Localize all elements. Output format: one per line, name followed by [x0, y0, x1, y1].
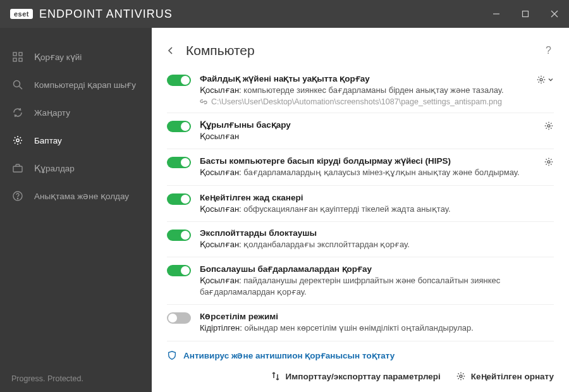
gear-icon — [456, 371, 466, 381]
row-hips: Басты компьютерге басып кіруді болдырмау… — [167, 149, 554, 185]
svg-line-9 — [20, 87, 23, 90]
row-title: Кеңейтілген жад сканері — [200, 192, 523, 202]
sidebar-item-label: Қорғау күйі — [34, 52, 82, 62]
close-button[interactable] — [540, 0, 569, 28]
sidebar-item-label: Жаңарту — [34, 107, 70, 118]
help-button[interactable]: ? — [546, 45, 551, 56]
row-presentation-mode: Көрсетілім режимі Кідіртілген: ойындар м… — [167, 305, 554, 341]
svg-point-14 — [540, 78, 542, 81]
brand-product: ENDPOINT ANTIVIRUS — [39, 8, 173, 21]
svg-rect-5 — [19, 52, 22, 56]
sidebar-item-label: Анықтама және қолдау — [34, 191, 129, 201]
link-icon — [200, 98, 207, 106]
back-button[interactable] — [167, 47, 180, 54]
window-controls — [482, 0, 569, 28]
search-icon — [11, 78, 24, 91]
row-extra-path: C:\Users\User\Desktop\Automation\screens… — [200, 97, 517, 106]
toggle-realtime-protection[interactable] — [167, 75, 191, 86]
toggle-presentation-mode[interactable] — [167, 312, 191, 324]
row-title: Құрылғыны басқару — [200, 119, 523, 130]
sidebar-item-update[interactable]: Жаңарту — [0, 99, 152, 126]
row-title: Файлдық жүйені нақты уақытта қорғау — [200, 73, 517, 83]
toggle-hips[interactable] — [167, 157, 191, 168]
row-desc: Қосылған: қолданбалардағы эксплойттардан… — [200, 239, 523, 250]
row-desc: Қосылған: обфускацияланған қауіптерді ті… — [200, 204, 523, 215]
row-settings-button[interactable] — [544, 157, 554, 167]
row-desc: Қосылған — [200, 131, 523, 142]
main-header: Компьютер ? — [152, 28, 569, 63]
row-memory-scanner: Кеңейтілген жад сканері Қосылған: обфуск… — [167, 186, 554, 222]
briefcase-icon — [11, 162, 24, 175]
svg-point-10 — [16, 139, 19, 142]
sidebar-item-help[interactable]: Анықтама және қолдау — [0, 182, 152, 210]
pause-protection-link[interactable]: Антивирус және антишпион қорғанысын тоқт… — [167, 341, 554, 361]
row-title: Көрсетілім режимі — [200, 311, 523, 321]
row-title: Басты компьютерге басып кіруді болдырмау… — [200, 156, 523, 166]
row-desc: Кідіртілген: ойындар мен көрсетілім үшін… — [200, 322, 523, 334]
bottom-bar: Импорттау/экспорттау параметрлері Кеңейт… — [152, 360, 569, 392]
svg-point-15 — [548, 125, 550, 127]
sidebar-item-label: Баптау — [34, 136, 62, 145]
sidebar-item-protection-status[interactable]: Қорғау күйі — [0, 43, 152, 71]
row-settings-button[interactable] — [544, 121, 554, 131]
row-device-control: Құрылғыны басқару Қосылған — [167, 113, 554, 149]
settings-list: Файлдық жүйені нақты уақытта қорғау Қосы… — [152, 63, 569, 360]
advanced-setup-button[interactable]: Кеңейтілген орнату — [456, 371, 554, 381]
toggle-ransomware-shield[interactable] — [167, 265, 191, 276]
page-title: Компьютер — [186, 43, 255, 58]
import-export-button[interactable]: Импорттау/экспорттау параметрлері — [271, 371, 441, 381]
gear-icon — [11, 134, 24, 147]
titlebar: eset ENDPOINT ANTIVIRUS — [0, 0, 569, 28]
sidebar-item-tools[interactable]: Құралдар — [0, 154, 152, 182]
row-title: Бопсалаушы бағдарламалардан қорғау — [200, 264, 523, 274]
svg-point-8 — [14, 81, 20, 87]
toggle-memory-scanner[interactable] — [167, 193, 191, 205]
minimize-button[interactable] — [482, 0, 511, 28]
toggle-device-control[interactable] — [167, 121, 191, 132]
sidebar: Қорғау күйі Компьютерді қарап шығу Жаңар… — [0, 28, 152, 392]
sidebar-item-scan[interactable]: Компьютерді қарап шығу — [0, 71, 152, 99]
help-icon — [11, 190, 24, 202]
sidebar-footer: Progress. Protected. — [0, 364, 152, 392]
row-settings-button[interactable] — [536, 75, 554, 85]
import-export-icon — [271, 371, 281, 381]
row-ransomware-shield: Бопсалаушы бағдарламалардан қорғау Қосыл… — [167, 257, 554, 305]
main: Компьютер ? Файлдық жүйені нақты уақытта… — [152, 28, 569, 392]
chevron-down-icon — [548, 75, 554, 85]
svg-point-16 — [548, 161, 550, 163]
sidebar-item-label: Компьютерді қарап шығу — [34, 80, 136, 90]
row-title: Эксплойттарды блоктаушы — [200, 228, 523, 238]
row-realtime-protection: Файлдық жүйені нақты уақытта қорғау Қосы… — [167, 67, 554, 113]
sidebar-item-setup[interactable]: Баптау — [0, 126, 152, 154]
toggle-exploit-blocker[interactable] — [167, 230, 191, 241]
svg-rect-4 — [13, 52, 16, 56]
svg-point-13 — [17, 198, 18, 199]
svg-point-17 — [460, 375, 462, 377]
row-desc: Қосылған: бағдарламалардың қалаусыз міне… — [200, 167, 523, 178]
svg-rect-11 — [13, 166, 22, 172]
row-exploit-blocker: Эксплойттарды блоктаушы Қосылған: қолдан… — [167, 222, 554, 257]
row-desc: Қосылған: компьютерде зиянкес бағдарлама… — [200, 85, 517, 96]
row-desc: Қосылған: пайдаланушы деректерін шифрлай… — [200, 275, 523, 298]
brand-badge: eset — [10, 9, 33, 19]
refresh-icon — [11, 106, 24, 119]
pause-link-label: Антивирус және антишпион қорғанысын тоқт… — [183, 350, 395, 360]
maximize-button[interactable] — [511, 0, 540, 28]
shield-icon — [167, 350, 177, 360]
svg-rect-6 — [13, 58, 16, 61]
grid-icon — [11, 51, 24, 63]
sidebar-item-label: Құралдар — [34, 163, 75, 173]
svg-rect-7 — [19, 58, 22, 61]
svg-rect-1 — [523, 11, 529, 17]
